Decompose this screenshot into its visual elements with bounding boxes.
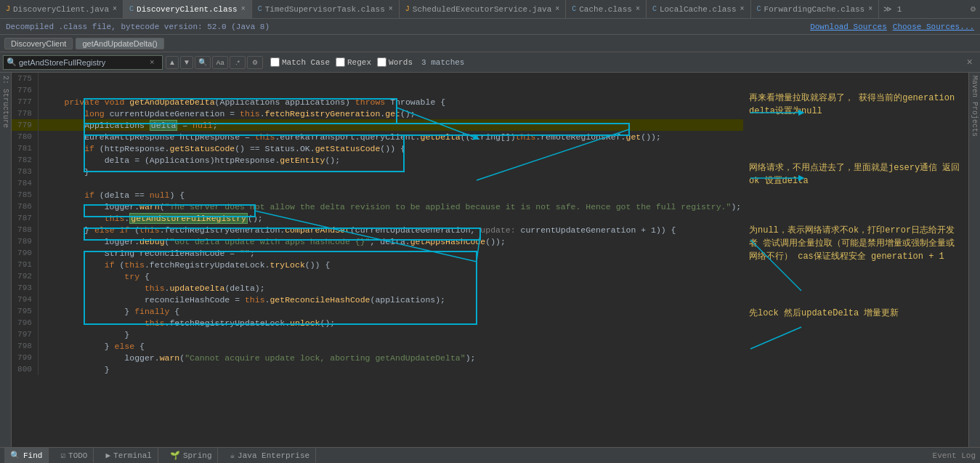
svg-line-13 xyxy=(750,327,801,349)
table-row: 784 xyxy=(12,177,743,189)
regex-option[interactable]: Regex xyxy=(336,57,371,67)
bottom-tab-find[interactable]: 🔍 Find xyxy=(4,448,49,464)
bottom-bar: 🔍 Find ☑ TODO ▶ Terminal 🌱 Spring ☕ Java… xyxy=(0,447,980,463)
close-tab-ses-java[interactable]: × xyxy=(555,5,559,13)
tab-more[interactable]: ≫ 1 xyxy=(879,4,906,14)
tab-lc-class[interactable]: C LocalCache.class × xyxy=(647,0,751,19)
words-checkbox[interactable] xyxy=(377,57,386,67)
table-row: 778 long currentUpdateGeneration = this.… xyxy=(12,108,743,119)
table-row: 791 if (this.fetchRegistryUpdateLock.try… xyxy=(12,259,743,270)
find-icon: 🔍 xyxy=(10,451,20,460)
table-row: 789 logger.debug("Got delta update with … xyxy=(12,235,743,247)
search-input-wrap: 🔍 × xyxy=(3,55,163,70)
nav-class-btn[interactable]: DiscoveryClient xyxy=(4,38,73,49)
match-case-checkbox[interactable] xyxy=(270,57,280,67)
tab-label-cache-class: Cache.class xyxy=(579,5,632,14)
tab-label-lc-class: LocalCache.class xyxy=(660,5,737,14)
tab-dc-java[interactable]: J DiscoveryClient.java × xyxy=(0,0,123,19)
table-row: 790 String reconcileHashCode = ""; xyxy=(12,247,743,259)
close-tab-lc-class[interactable]: × xyxy=(740,5,745,13)
bottom-right-area: Event Log xyxy=(933,451,976,460)
spring-icon: 🌱 xyxy=(170,451,180,460)
structure-panel-label[interactable]: 2: Structure xyxy=(0,73,12,447)
table-row: 800 } xyxy=(12,363,743,375)
search-next-btn[interactable]: ▼ xyxy=(180,56,193,69)
search-opt2-btn[interactable]: .* xyxy=(230,56,246,69)
bottom-tab-todo[interactable]: ☑ TODO xyxy=(54,448,94,464)
close-tab-cache-class[interactable]: × xyxy=(636,5,640,13)
close-tab-fc-class[interactable]: × xyxy=(868,5,872,13)
close-tab-dc-java[interactable]: × xyxy=(113,5,117,13)
java-enterprise-icon: ☕ xyxy=(230,451,235,460)
tab-ses-java[interactable]: J ScheduledExecutorService.java × xyxy=(400,0,566,19)
bottom-tab-terminal[interactable]: ▶ Terminal xyxy=(100,448,158,464)
info-bar-actions: Download Sources Choose Sources... xyxy=(810,23,974,31)
annotation-text-1: 再来看增量拉取就容易了， 获得当前的generation delta设置为nul… xyxy=(749,92,963,118)
tab-fc-class[interactable]: C ForwardingCache.class × xyxy=(751,0,880,19)
search-find-btn[interactable]: 🔍 xyxy=(195,56,211,69)
search-input[interactable] xyxy=(19,58,150,67)
search-opt1-btn[interactable]: Aa xyxy=(212,56,228,69)
search-opt3-btn[interactable]: ⚙ xyxy=(247,56,263,69)
bottom-tab-java-enterprise[interactable]: ☕ Java Enterprise xyxy=(224,448,316,464)
annotation-text-3: 为null，表示网络请求不ok，打印error日志给开发者 尝试调用全量拉取（可… xyxy=(749,224,963,263)
table-row: 795 } finally { xyxy=(12,305,743,317)
table-row: 775 xyxy=(12,73,743,84)
tab-cache-class[interactable]: C Cache.class × xyxy=(566,0,647,19)
terminal-icon: ▶ xyxy=(105,451,110,460)
tab-bar: J DiscoveryClient.java × C DiscoveryClie… xyxy=(0,0,980,19)
clear-search-icon[interactable]: × xyxy=(150,58,155,67)
close-tab-tst-class[interactable]: × xyxy=(389,5,393,13)
table-row: 793 this.updateDelta(delta); xyxy=(12,282,743,294)
right-annotations-panel: 再来看增量拉取就容易了， 获得当前的generation delta设置为nul… xyxy=(743,73,968,447)
class-icon: C xyxy=(129,5,134,13)
bottom-tab-spring[interactable]: 🌱 Spring xyxy=(164,448,219,464)
match-case-option[interactable]: Match Case xyxy=(270,57,330,67)
todo-icon: ☑ xyxy=(60,451,65,460)
download-sources-link[interactable]: Download Sources xyxy=(810,23,887,31)
class-icon4: C xyxy=(652,5,657,13)
class-icon2: C xyxy=(258,5,262,13)
table-row: 781 if (httpResponse.getStatusCode() == … xyxy=(12,142,743,154)
java-icon2: J xyxy=(405,5,410,13)
annotation-text-4: 先lock 然后updateDelta 增量更新 xyxy=(749,307,963,320)
maven-projects-label[interactable]: Maven Projects xyxy=(968,73,980,447)
table-row: 787 this.getAndStoreFullRegistry(); xyxy=(12,212,743,224)
tab-settings-icon[interactable]: ⚙ xyxy=(966,4,980,15)
table-row: 777 private void getAndUpdateDelta(Appli… xyxy=(12,96,743,108)
close-tab-dc-class[interactable]: × xyxy=(241,5,246,13)
nav-method-btn[interactable]: getAndUpdateDelta() xyxy=(76,38,163,49)
tab-label-tst-class: TimedSupervisorTask.class xyxy=(265,5,385,14)
search-prev-btn[interactable]: ▲ xyxy=(166,56,179,69)
tab-tst-class[interactable]: C TimedSupervisorTask.class × xyxy=(252,0,400,19)
event-log-btn[interactable]: Event Log xyxy=(933,451,976,460)
search-bar: 🔍 × ▲ ▼ 🔍 Aa .* ⚙ Match Case Regex Words xyxy=(0,52,980,73)
words-option[interactable]: Words xyxy=(377,57,413,67)
choose-sources-link[interactable]: Choose Sources... xyxy=(893,23,974,31)
table-row: 798 } else { xyxy=(12,340,743,352)
table-row: 783 } xyxy=(12,166,743,177)
tab-dc-class[interactable]: C DiscoveryClient.class × xyxy=(123,0,252,19)
regex-checkbox[interactable] xyxy=(336,57,345,67)
table-row: 788 } else if (this.fetchRegistryGenerat… xyxy=(12,224,743,235)
search-close-icon[interactable]: × xyxy=(963,57,977,68)
table-row: 779 Applications delta = null; xyxy=(12,119,743,131)
table-row: 792 try { xyxy=(12,270,743,282)
main-area: 2: Structure 775 776 777 private void ge… xyxy=(0,73,980,447)
table-row: 780 EurekaHttpResponse httpResponse = th… xyxy=(12,131,743,142)
tab-label-dc-class: DiscoveryClient.class xyxy=(137,5,238,14)
table-row: 797 } xyxy=(12,329,743,340)
tab-label-ses-java: ScheduledExecutorService.java xyxy=(413,5,551,14)
table-row: 796 this.fetchRegistryUpdateLock.unlock(… xyxy=(12,317,743,329)
table-row: 794 reconcileHashCode = this.getReconcil… xyxy=(12,294,743,305)
search-arrows: ▲ ▼ 🔍 Aa .* ⚙ xyxy=(166,56,263,69)
annotation-text-2: 网络请求，不用点进去了，里面就是jesery通信 返回ok 设置delta xyxy=(749,161,963,188)
java-icon: J xyxy=(6,5,10,13)
table-row: 776 xyxy=(12,84,743,96)
search-options: Match Case Regex Words 3 matches xyxy=(270,57,464,67)
code-editor[interactable]: 775 776 777 private void getAndUpdateDel… xyxy=(12,73,743,447)
table-row: 799 logger.warn("Cannot acquire update l… xyxy=(12,352,743,363)
decompile-info: Decompiled .class file, bytecode version… xyxy=(6,23,270,31)
table-row: 782 delta = (Applications)httpResponse.g… xyxy=(12,154,743,166)
code-table: 775 776 777 private void getAndUpdateDel… xyxy=(12,73,743,375)
